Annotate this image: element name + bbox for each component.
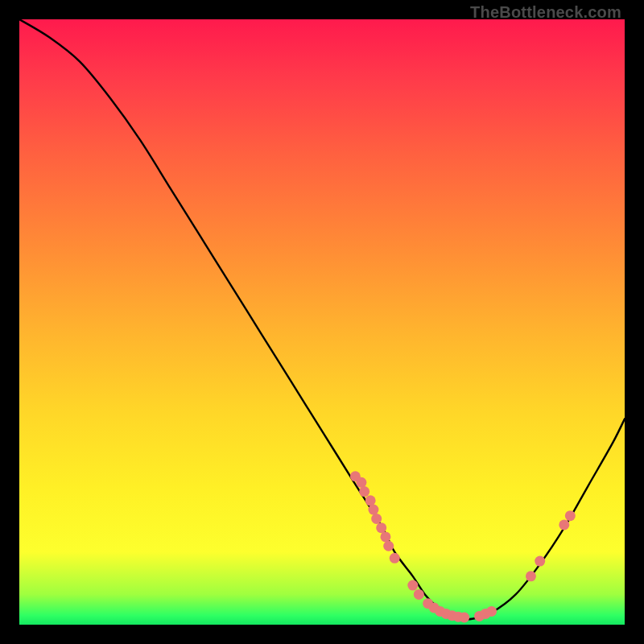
data-point-marker xyxy=(356,477,366,488)
data-point-marker xyxy=(459,612,469,622)
data-point-marker xyxy=(371,514,382,524)
data-point-marker xyxy=(526,571,536,581)
chart-curve xyxy=(19,19,625,619)
data-point-marker xyxy=(535,556,545,567)
data-point-marker xyxy=(368,505,378,515)
data-point-marker xyxy=(407,580,418,591)
data-point-marker xyxy=(486,606,497,617)
data-point-marker xyxy=(383,541,394,551)
data-point-marker xyxy=(565,510,576,521)
watermark-text: TheBottleneck.com xyxy=(470,3,621,22)
data-point-marker xyxy=(414,589,424,600)
chart-plot-area xyxy=(19,19,625,625)
data-point-marker xyxy=(390,553,400,564)
data-point-marker xyxy=(380,531,390,542)
data-point-marker xyxy=(559,519,569,530)
data-point-marker xyxy=(365,495,376,506)
chart-svg xyxy=(19,19,625,625)
data-point-marker xyxy=(359,486,369,497)
data-point-marker xyxy=(376,522,386,533)
